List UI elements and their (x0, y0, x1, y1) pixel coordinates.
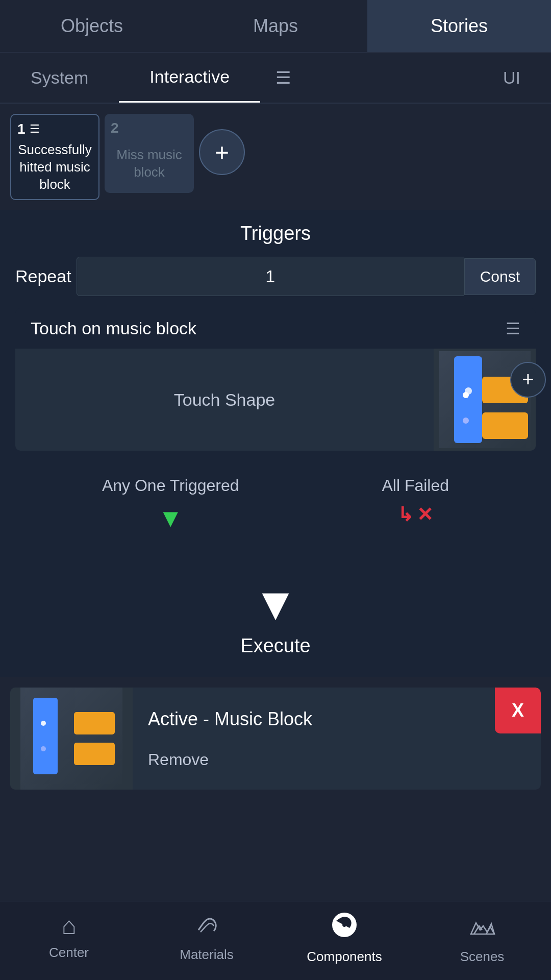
trigger-list-icon[interactable]: ☰ (506, 319, 520, 338)
tab-stories[interactable]: Stories (367, 0, 551, 52)
nav-item-materials[interactable]: Materials (166, 912, 247, 965)
nav-label-center: Center (49, 945, 89, 961)
nav-item-center[interactable]: ⌂ Center (28, 912, 110, 965)
trigger-wrapper: Touch on music block ☰ Touch Shape (15, 308, 536, 451)
action-block-content: Active - Music Block Remove (133, 688, 541, 790)
fail-icon-group: ↳ ✕ (397, 503, 433, 526)
all-failed-col: All Failed ↳ ✕ (382, 476, 449, 526)
action-block-remove-button[interactable]: Remove (148, 750, 525, 769)
nav-label-materials: Materials (180, 947, 233, 963)
music-bar-blue (454, 356, 482, 443)
fail-arrow-icon: ↳ (397, 503, 414, 526)
top-tabs-container: Objects Maps Stories (0, 0, 551, 53)
triggered-arrow-icon: ▼ (158, 503, 183, 533)
card2-title: Miss music block (111, 140, 188, 187)
list-view-icon[interactable]: ☰ (260, 53, 306, 102)
smv-blue-bar (33, 698, 58, 774)
trigger-outcomes: Any One Triggered ▼ All Failed ↳ ✕ (15, 461, 536, 548)
tab-objects[interactable]: Objects (0, 0, 184, 52)
add-trigger-button[interactable]: + (510, 362, 546, 398)
action-block-image (10, 688, 133, 790)
card1-title: Successfully hitted music block (17, 141, 92, 193)
action-block-x-button[interactable]: X (495, 688, 541, 733)
action-block-title: Active - Music Block (148, 708, 525, 730)
triggers-title: Triggers (15, 223, 536, 244)
action-block: Active - Music Block Remove X (10, 688, 541, 790)
repeat-input[interactable] (77, 257, 464, 296)
const-button[interactable]: Const (464, 258, 536, 295)
trigger-block: Touch on music block ☰ Touch Shape (15, 308, 536, 451)
card2-header: 2 (111, 120, 188, 136)
add-story-card-button[interactable]: + (199, 129, 245, 175)
trigger-block-title: Touch on music block (31, 318, 196, 338)
story-cards-row: 1 ☰ Successfully hitted music block 2 Mi… (0, 104, 551, 210)
smv-yellow-1 (74, 712, 115, 734)
nav-label-components: Components (307, 949, 382, 965)
subtab-ui[interactable]: UI (472, 54, 551, 102)
fail-x-icon: ✕ (417, 503, 433, 526)
triggers-section: Triggers Repeat Const Touch on music blo… (0, 210, 551, 560)
card1-list-icon: ☰ (30, 122, 40, 136)
materials-icon (194, 912, 219, 942)
repeat-label: Repeat (15, 266, 71, 286)
execute-label: Execute (240, 635, 310, 657)
execute-section: ▼ Execute (0, 560, 551, 677)
components-icon (331, 912, 358, 944)
touch-shape-label: Touch Shape (15, 349, 434, 451)
trigger-visual-area: Touch Shape (15, 349, 536, 451)
story-card-1[interactable]: 1 ☰ Successfully hitted music block (10, 114, 99, 200)
tab-maps[interactable]: Maps (184, 0, 367, 52)
sub-tabs-container: System Interactive ☰ UI (0, 53, 551, 104)
any-one-triggered-col: Any One Triggered ▼ (102, 476, 239, 533)
home-icon: ⌂ (62, 912, 77, 940)
nav-label-scenes: Scenes (460, 949, 505, 965)
card2-number: 2 (111, 120, 119, 136)
card1-number: 1 (17, 121, 26, 137)
music-block-yellow-2 (482, 412, 528, 439)
smv-yellow-2 (74, 743, 115, 765)
subtab-system[interactable]: System (0, 54, 119, 102)
execute-arrow-icon: ▼ (253, 581, 298, 627)
repeat-row: Repeat Const (15, 257, 536, 296)
subtab-interactive[interactable]: Interactive (119, 53, 260, 103)
story-card-2[interactable]: 2 Miss music block (105, 114, 194, 193)
any-one-triggered-label: Any One Triggered (102, 476, 239, 495)
nav-item-scenes[interactable]: Scenes (441, 912, 523, 965)
card1-header: 1 ☰ (17, 121, 92, 137)
bottom-nav: ⌂ Center Materials Components (0, 901, 551, 980)
scenes-icon (469, 912, 495, 944)
all-failed-label: All Failed (382, 476, 449, 495)
trigger-block-header: Touch on music block ☰ (15, 308, 536, 349)
action-music-visual (20, 688, 122, 790)
nav-item-components[interactable]: Components (304, 912, 385, 965)
